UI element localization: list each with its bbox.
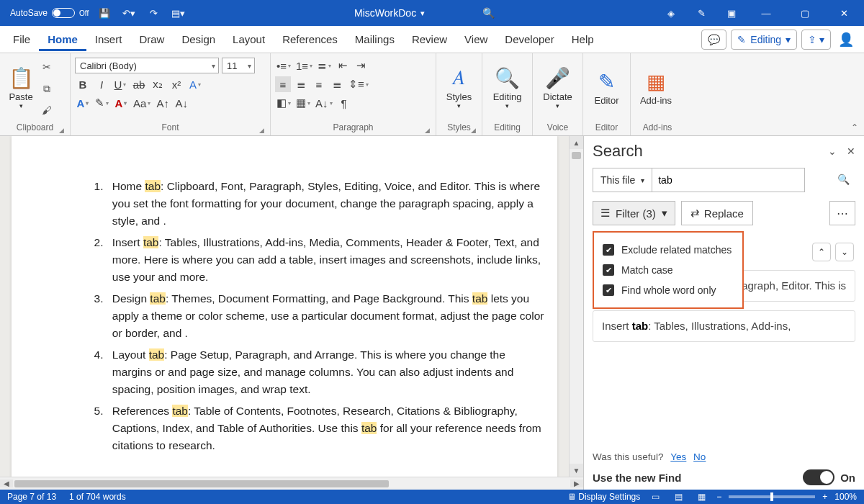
sort-button[interactable]: A↓ [314, 95, 334, 111]
close-button[interactable]: ✕ [831, 0, 857, 26]
replace-button[interactable]: ⇄ Replace [681, 201, 753, 225]
collapse-ribbon-button[interactable]: ⌃ [851, 122, 858, 132]
tab-draw[interactable]: Draw [130, 27, 173, 51]
next-result-button[interactable]: ⌄ [835, 243, 854, 261]
web-layout-icon[interactable]: ▦ [693, 492, 709, 502]
cut-icon[interactable]: ✂ [39, 59, 55, 75]
horizontal-scrollbar[interactable]: ◀ ▶ [0, 477, 583, 490]
shading-button[interactable]: ◧ [275, 95, 292, 111]
dictate-button[interactable]: 🎤Dictate▾ [537, 56, 578, 120]
minimize-button[interactable]: — [753, 0, 779, 26]
align-right-button[interactable]: ≡ [311, 76, 327, 92]
italic-button[interactable]: I [94, 76, 109, 92]
superscript-button[interactable]: x² [168, 76, 184, 92]
tab-layout[interactable]: Layout [224, 27, 274, 51]
filter-button[interactable]: ☰ Filter (3) ▾ [593, 201, 675, 225]
autosave-toggle[interactable]: AutoSave Off [10, 8, 89, 18]
useful-no-link[interactable]: No [693, 451, 706, 462]
font-outline-button[interactable]: A [75, 95, 91, 111]
editing-button[interactable]: 🔍Editing▾ [487, 56, 528, 120]
decrease-indent-button[interactable]: ⇤ [335, 58, 351, 73]
display-settings-button[interactable]: 🖥 Display Settings [567, 492, 640, 502]
font-face-combo[interactable]: Calibri (Body) [75, 58, 219, 73]
increase-indent-button[interactable]: ⇥ [353, 58, 369, 73]
align-center-button[interactable]: ≣ [293, 76, 309, 92]
comments-button[interactable]: 💬 [701, 30, 726, 50]
justify-button[interactable]: ≣ [329, 76, 345, 92]
shrink-font-button[interactable]: A↓ [174, 95, 189, 111]
redo-icon[interactable]: ↷ [145, 4, 162, 22]
search-input[interactable] [652, 168, 805, 192]
tab-home[interactable]: Home [39, 27, 86, 51]
close-pane-icon[interactable]: ✕ [847, 145, 855, 157]
scroll-up-icon[interactable]: ▲ [570, 136, 583, 149]
show-marks-button[interactable]: ¶ [336, 95, 352, 111]
search-result-item[interactable]: Insert tab: Tables, Illustrations, Add-i… [593, 310, 855, 342]
tab-insert[interactable]: Insert [86, 27, 131, 51]
scroll-right-icon[interactable]: ▶ [570, 480, 583, 487]
brush-icon[interactable]: ✎ [693, 4, 710, 22]
new-find-toggle[interactable] [803, 469, 834, 485]
list-item[interactable]: Home tab: Clipboard, Font, Paragraph, St… [107, 178, 547, 230]
list-item[interactable]: Insert tab: Tables, Illustrations, Add-i… [107, 234, 547, 286]
list-item[interactable]: References tab: Table of Contents, Footn… [107, 402, 547, 454]
share-button[interactable]: ⇪ ▾ [801, 30, 831, 50]
filter-opt-wholeword[interactable]: ✔Find whole word only [603, 280, 734, 300]
focus-view-icon[interactable]: ▭ [647, 492, 663, 502]
page[interactable]: Home tab: Clipboard, Font, Paragraph, St… [12, 136, 557, 477]
tab-review[interactable]: Review [403, 27, 456, 51]
zoom-slider[interactable] [729, 495, 815, 498]
multilevel-button[interactable]: ≣ [316, 58, 333, 73]
filter-opt-matchcase[interactable]: ✔Match case [603, 260, 734, 280]
numbering-button[interactable]: 1≡ [294, 58, 314, 73]
useful-yes-link[interactable]: Yes [670, 451, 686, 462]
tab-view[interactable]: View [456, 27, 496, 51]
account-icon[interactable]: 👤 [838, 32, 854, 48]
addins-button[interactable]: ▦Add-ins [635, 56, 677, 120]
font-color-button[interactable]: A [113, 95, 129, 111]
editor-button[interactable]: ✎Editor [588, 56, 626, 120]
styles-button[interactable]: 𝐴Styles▾ [441, 56, 477, 120]
search-icon[interactable]: 🔍 [482, 7, 495, 19]
list-item[interactable]: Layout tab: Page Setup, Paragraph, and A… [107, 346, 547, 398]
text-effects-button[interactable]: A [187, 76, 203, 92]
tab-developer[interactable]: Developer [496, 27, 562, 51]
align-left-button[interactable]: ≡ [275, 76, 291, 92]
more-options-button[interactable]: ⋯ [829, 201, 855, 225]
prev-result-button[interactable]: ⌃ [812, 243, 831, 261]
bold-button[interactable]: B [75, 76, 91, 92]
copy-icon[interactable]: ⧉ [39, 81, 55, 96]
scroll-down-icon[interactable]: ▼ [570, 464, 583, 477]
tab-references[interactable]: References [274, 27, 346, 51]
list-item[interactable]: Design tab: Themes, Document Formatting,… [107, 290, 547, 342]
strike-button[interactable]: ab [131, 76, 147, 92]
line-spacing-button[interactable]: ⇕≡ [347, 76, 370, 92]
subscript-button[interactable]: x₂ [150, 76, 166, 92]
editing-mode-button[interactable]: ✎ Editing ▾ [731, 30, 797, 50]
save-icon[interactable]: 💾 [96, 4, 113, 22]
premium-icon[interactable]: ◈ [662, 4, 680, 22]
zoom-out-button[interactable]: − [716, 492, 721, 502]
change-case-button[interactable]: Aa [132, 95, 152, 111]
bullets-button[interactable]: •≡ [275, 58, 292, 73]
document-title[interactable]: MiscWorkDoc▾ [354, 7, 425, 19]
search-scope-button[interactable]: This file [593, 168, 652, 192]
borders-button[interactable]: ▦ [294, 95, 312, 111]
tab-design[interactable]: Design [173, 27, 224, 51]
qat-icon[interactable]: ▤▾ [169, 4, 186, 22]
zoom-level[interactable]: 100% [834, 492, 857, 502]
font-size-combo[interactable]: 11 [222, 58, 255, 73]
search-go-icon[interactable]: 🔍 [837, 174, 850, 185]
format-painter-icon[interactable]: 🖌 [39, 102, 55, 118]
filter-opt-exclude[interactable]: ✔Exclude related matches [603, 240, 734, 260]
tab-help[interactable]: Help [563, 27, 603, 51]
highlight-button[interactable]: ✎ [94, 95, 110, 111]
undo-icon[interactable]: ↶▾ [120, 4, 138, 22]
status-words[interactable]: 1 of 704 words [69, 492, 126, 502]
zoom-in-button[interactable]: + [822, 492, 827, 502]
vertical-scrollbar[interactable]: ▲ ▼ [569, 136, 583, 477]
window-icon[interactable]: ▣ [723, 4, 740, 22]
status-page[interactable]: Page 7 of 13 [7, 492, 56, 502]
tab-mailings[interactable]: Mailings [346, 27, 403, 51]
chevron-down-icon[interactable]: ⌄ [828, 145, 837, 157]
